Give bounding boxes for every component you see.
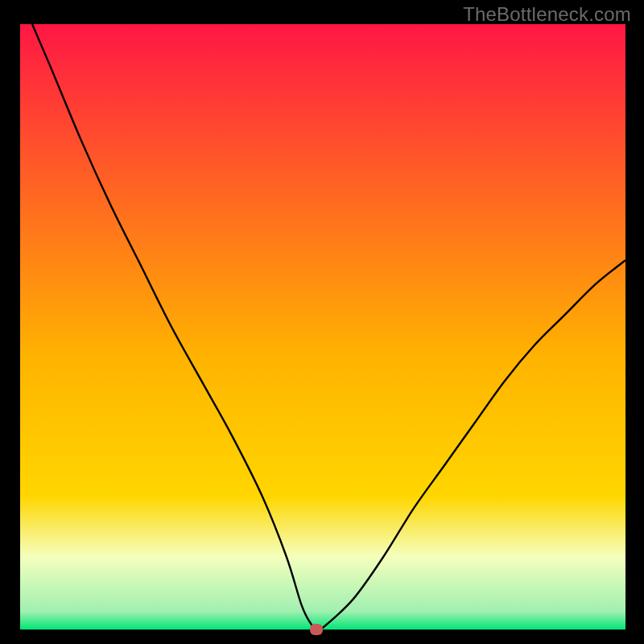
plot-area [20, 24, 625, 630]
frame: TheBottleneck.com [0, 0, 644, 644]
minimum-marker [310, 624, 323, 635]
background-gradient [20, 24, 625, 630]
watermark-text: TheBottleneck.com [463, 3, 631, 26]
